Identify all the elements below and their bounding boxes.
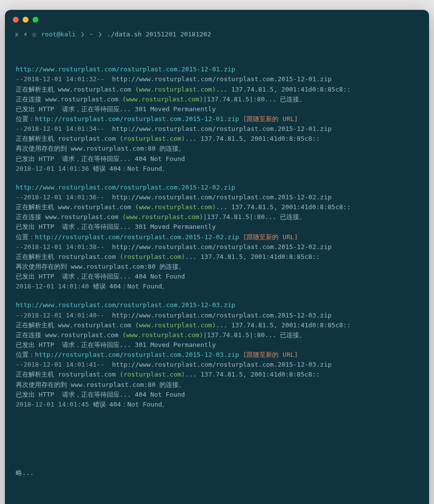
close-icon[interactable] [13,17,19,23]
title-bar [5,10,429,27]
output-block: http://www.rosturplast.com/rosturplast.c… [16,183,418,292]
maximize-icon[interactable] [32,17,38,23]
prompt-line[interactable]: x ⚡ ◎ root@kali ❯ ~ ❯ ./data.sh 20151201… [5,27,429,45]
output-block: http://www.rosturplast.com/rosturplast.c… [16,300,418,410]
prompt-x: x [15,31,19,38]
url-line: http://www.rosturplast.com/rosturplast.c… [16,183,418,192]
separator-icon: ❯ [81,31,85,38]
output-ellipsis: 略... [16,468,418,478]
user-host: root@kali [41,31,75,38]
cwd: ~ [90,31,93,38]
url-line: http://www.rosturplast.com/rosturplast.c… [16,64,418,74]
ring-icon: ◎ [32,31,36,38]
bolt-icon: ⚡ [24,31,28,38]
separator-icon: ❯ [98,31,102,38]
command-text: ./data.sh 20151201 20181202 [107,31,211,38]
terminal-window: x ⚡ ◎ root@kali ❯ ~ ❯ ./data.sh 20151201… [5,10,429,504]
output-block: http://www.rosturplast.com/rosturplast.c… [16,64,418,174]
url-line: http://www.rosturplast.com/rosturplast.c… [16,300,418,310]
minimize-icon[interactable] [23,17,29,23]
terminal-output[interactable]: http://www.rosturplast.com/rosturplast.c… [5,45,429,504]
